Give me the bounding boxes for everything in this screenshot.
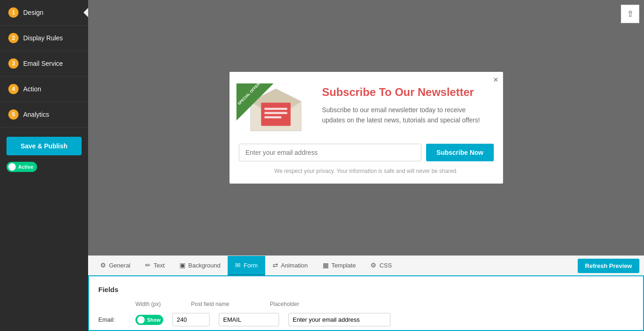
sidebar-number-analytics: 5 — [8, 109, 19, 120]
fields-panel: Fields Width (px) Post field name Placeh… — [88, 275, 644, 331]
sidebar-label-analytics: Analytics — [23, 111, 49, 118]
modal-overlay: × SPECIAL OFFER — [88, 0, 644, 255]
sidebar-item-analytics[interactable]: 5 Analytics — [0, 102, 88, 127]
refresh-preview-button[interactable]: Refresh Preview — [578, 259, 639, 273]
tab-general[interactable]: ⚙ General — [93, 256, 138, 275]
placeholder-col-header: Placeholder — [270, 301, 299, 310]
modal-description: Subscribe to our email newsletter today … — [322, 105, 489, 126]
animation-icon: ⇄ — [273, 261, 278, 269]
sidebar-label-design: Design — [23, 9, 44, 16]
css-icon: ⚙ — [370, 261, 376, 269]
main-content: ⇧ × SPECIAL OFFER — [88, 0, 644, 331]
fields-column-headers: Width (px) Post field name Placeholder — [135, 301, 634, 310]
sidebar-number-design: 1 — [8, 7, 19, 18]
special-offer-text: SPECIAL OFFER — [236, 83, 262, 107]
tab-template[interactable]: ▦ Template — [315, 256, 363, 275]
width-col-header: Width (px) — [135, 301, 172, 310]
tab-animation-label: Animation — [281, 262, 308, 269]
width-label: Width (px) — [135, 301, 172, 307]
form-icon: ✉ — [235, 261, 241, 269]
tab-form-label: Form — [243, 262, 257, 269]
sidebar-item-email-service[interactable]: 3 Email Service — [0, 51, 88, 76]
sidebar-label-display-rules: Display Rules — [23, 34, 63, 42]
modal-image-side: SPECIAL OFFER — [239, 86, 313, 135]
tab-css-label: CSS — [379, 262, 392, 269]
tab-animation[interactable]: ⇄ Animation — [265, 256, 315, 275]
show-toggle-label: Show — [147, 317, 160, 323]
email-field-row: Email: Show — [98, 313, 634, 326]
sidebar-item-display-rules[interactable]: 2 Display Rules — [0, 25, 88, 51]
email-input[interactable] — [239, 144, 422, 161]
sidebar: 1 Design 2 Display Rules 3 Email Service… — [0, 0, 88, 331]
modal-title: Subscribe To Our Newsletter — [322, 86, 489, 99]
show-toggle[interactable]: Show — [135, 315, 163, 325]
gear-icon: ⚙ — [100, 261, 106, 269]
privacy-text: We respect your privacy. Your informatio… — [239, 168, 494, 174]
tab-form[interactable]: ✉ Form — [228, 256, 265, 275]
background-icon: ▣ — [179, 261, 185, 269]
tab-background[interactable]: ▣ Background — [172, 256, 228, 275]
save-publish-button[interactable]: Save & Publish — [6, 137, 82, 155]
show-toggle-circle — [137, 316, 145, 324]
fields-title: Fields — [98, 286, 634, 293]
modal-body: SPECIAL OFFER — [230, 72, 503, 144]
placeholder-label: Placeholder — [270, 301, 299, 307]
template-icon: ▦ — [323, 261, 329, 269]
sidebar-label-action: Action — [23, 85, 41, 93]
sidebar-bottom: Save & Publish Active — [0, 127, 88, 181]
preview-area: ⇧ × SPECIAL OFFER — [88, 0, 644, 255]
modal-close-button[interactable]: × — [493, 76, 498, 84]
modal-form-area: Subscribe Now We respect your privacy. Y… — [230, 144, 503, 184]
post-field-col-header: Post field name — [191, 301, 251, 310]
tab-text-label: Text — [153, 262, 165, 269]
post-field-label: Post field name — [191, 301, 251, 307]
subscribe-button[interactable]: Subscribe Now — [426, 144, 493, 161]
placeholder-input[interactable] — [288, 313, 390, 326]
post-field-input[interactable] — [219, 313, 279, 326]
sidebar-number-action: 4 — [8, 84, 19, 94]
special-offer-badge: SPECIAL OFFER — [236, 83, 274, 121]
email-field-label: Email: — [98, 316, 126, 323]
tab-general-label: General — [109, 262, 130, 269]
tab-template-label: Template — [332, 262, 356, 269]
pencil-icon: ✏ — [145, 261, 151, 269]
modal-text-side: Subscribe To Our Newsletter Subscribe to… — [322, 86, 489, 135]
width-input[interactable] — [172, 313, 210, 326]
bottom-tabs: ⚙ General ✏ Text ▣ Background ✉ Form ⇄ A… — [88, 255, 644, 275]
toggle-circle — [8, 163, 16, 171]
modal-popup: × SPECIAL OFFER — [230, 72, 503, 184]
active-toggle-row: Active — [6, 162, 82, 172]
sidebar-number-display-rules: 2 — [8, 33, 19, 43]
sidebar-item-design[interactable]: 1 Design — [0, 0, 88, 25]
email-row: Subscribe Now — [239, 144, 494, 161]
sidebar-item-action[interactable]: 4 Action — [0, 76, 88, 102]
toggle-label: Active — [18, 164, 33, 170]
tab-background-label: Background — [188, 262, 220, 269]
tab-text[interactable]: ✏ Text — [138, 256, 172, 275]
sidebar-label-email-service: Email Service — [23, 60, 63, 67]
tab-css[interactable]: ⚙ CSS — [363, 256, 399, 275]
active-toggle[interactable]: Active — [6, 162, 37, 172]
sidebar-number-email-service: 3 — [8, 58, 19, 69]
